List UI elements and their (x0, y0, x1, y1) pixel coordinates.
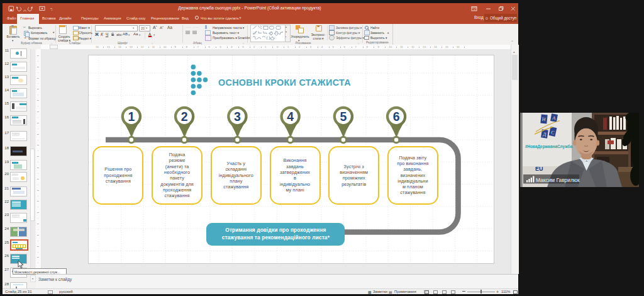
svg-text:Н: Н (541, 117, 546, 123)
svg-text:4: 4 (287, 110, 294, 123)
svg-text:1: 1 (128, 110, 135, 123)
svg-text:6: 6 (393, 110, 400, 123)
svg-text:5: 5 (340, 110, 347, 123)
svg-text:3: 3 (234, 110, 241, 123)
svg-text:Максим Гаврилюк: Максим Гаврилюк (536, 177, 580, 183)
svg-text:2: 2 (181, 110, 188, 123)
svg-text:EU: EU (535, 166, 543, 172)
svg-text:#НоваДержавнаСлужба: #НоваДержавнаСлужба (525, 144, 573, 149)
